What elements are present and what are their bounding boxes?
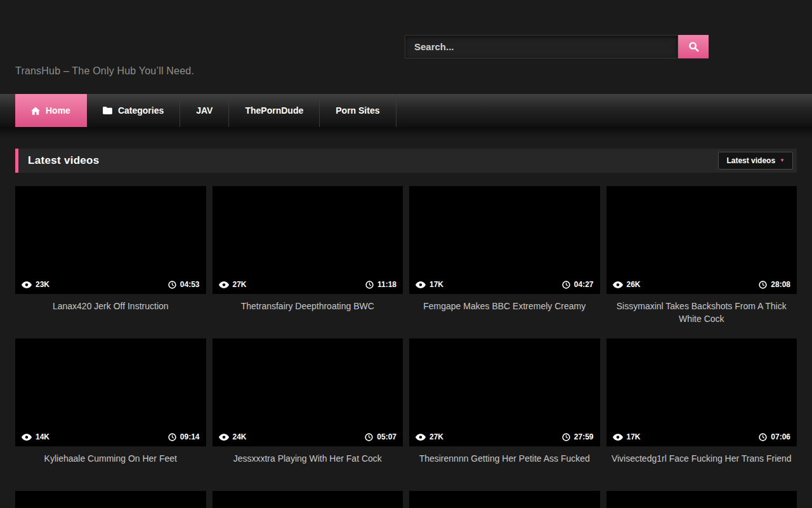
magnifier-icon: [688, 41, 699, 52]
video-duration: 28:08: [771, 280, 790, 289]
clock-icon: [168, 433, 176, 441]
video-thumbnail[interactable]: 27K 11:18: [213, 186, 403, 294]
video-card[interactable]: [606, 491, 797, 508]
video-stats: 26K 28:08: [606, 275, 797, 294]
video-duration: 05:07: [377, 432, 396, 441]
video-title[interactable]: Thesirennnn Getting Her Petite Ass Fucke…: [413, 452, 596, 479]
folder-icon: [103, 107, 112, 114]
clock-icon: [759, 281, 767, 289]
views-stat: 27K: [219, 280, 247, 289]
eye-icon: [613, 434, 623, 441]
clock-icon: [759, 433, 767, 441]
video-stats: 24K 05:07: [213, 427, 403, 446]
nav-item-porn-sites[interactable]: Porn Sites: [320, 94, 396, 127]
views-stat: 17K: [416, 280, 443, 289]
video-stats: 17K 07:06: [606, 427, 797, 446]
video-title[interactable]: Jessxxxtra Playing With Her Fat Cock: [216, 452, 400, 479]
duration-stat: 07:06: [759, 432, 790, 441]
video-thumbnail[interactable]: 14K 09:14: [15, 338, 206, 446]
video-card[interactable]: 26K 28:08 Sissymaxinl Takes Backshots Fr…: [606, 186, 797, 327]
search-bar: [405, 35, 709, 58]
video-card[interactable]: [15, 491, 206, 508]
video-duration: 04:27: [574, 280, 594, 289]
clock-icon: [562, 433, 570, 441]
sort-label: Latest videos: [726, 156, 775, 165]
video-thumbnail[interactable]: 17K 04:27: [409, 186, 600, 294]
views-stat: 24K: [219, 432, 247, 441]
caret-down-icon: ▼: [780, 158, 785, 163]
video-duration: 07:06: [771, 432, 790, 441]
video-card[interactable]: 27K 11:18 Thetransfairy Deepthroating BW…: [213, 186, 403, 327]
eye-icon: [22, 281, 32, 288]
eye-icon: [416, 281, 426, 288]
nav-item-categories[interactable]: Categories: [87, 94, 180, 127]
nav-item-label: Home: [46, 105, 70, 116]
video-title[interactable]: Femgape Makes BBC Extremely Creamy: [413, 300, 596, 327]
view-count: 14K: [36, 432, 49, 441]
duration-stat: 09:14: [168, 432, 200, 441]
main-nav: Home Categories JAV ThePornDude Porn Sit…: [0, 94, 812, 127]
video-title[interactable]: Lanax420 Jerk Off Instruction: [19, 300, 202, 327]
sort-dropdown[interactable]: Latest videos ▼: [718, 152, 793, 170]
video-grid: 23K 04:53 Lanax420 Jerk Off Instruction: [15, 186, 797, 508]
view-count: 23K: [36, 280, 49, 289]
views-stat: 23K: [22, 280, 49, 289]
video-duration: 09:14: [180, 432, 200, 441]
video-thumbnail[interactable]: [15, 491, 206, 508]
duration-stat: 27:59: [562, 432, 594, 441]
eye-icon: [219, 281, 229, 288]
video-title[interactable]: Vivisectedg1rl Face Fucking Her Trans Fr…: [610, 452, 794, 479]
main-content: Latest videos Latest videos ▼ 23K: [0, 149, 812, 508]
clock-icon: [168, 281, 176, 289]
view-count: 17K: [429, 280, 443, 289]
eye-icon: [219, 434, 229, 441]
site-tagline: TransHub – The Only Hub You’ll Need.: [15, 65, 194, 77]
video-card[interactable]: 27K 27:59 Thesirennnn Getting Her Petite…: [409, 338, 600, 479]
video-card[interactable]: 24K 05:07 Jessxxxtra Playing With Her Fa…: [213, 338, 403, 479]
clock-icon: [365, 281, 374, 289]
video-title[interactable]: Sissymaxinl Takes Backshots From A Thick…: [610, 300, 794, 327]
video-stats: 14K 09:14: [15, 427, 206, 446]
nav-item-home[interactable]: Home: [15, 94, 87, 127]
video-card[interactable]: 17K 07:06 Vivisectedg1rl Face Fucking He…: [606, 338, 797, 479]
clock-icon: [365, 433, 373, 441]
video-card[interactable]: [409, 491, 600, 508]
eye-icon: [22, 434, 32, 441]
view-count: 26K: [627, 280, 641, 289]
nav-item-label: ThePornDude: [245, 105, 303, 116]
video-thumbnail[interactable]: [213, 491, 403, 508]
duration-stat: 28:08: [759, 280, 790, 289]
duration-stat: 05:07: [365, 432, 396, 441]
nav-item-theporndude[interactable]: ThePornDude: [229, 94, 320, 127]
video-thumbnail[interactable]: [606, 491, 797, 508]
video-thumbnail[interactable]: 24K 05:07: [213, 338, 403, 446]
video-title[interactable]: Thetransfairy Deepthroating BWC: [216, 300, 400, 327]
view-count: 17K: [627, 432, 641, 441]
video-card[interactable]: 23K 04:53 Lanax420 Jerk Off Instruction: [15, 186, 206, 327]
video-card[interactable]: 14K 09:14 Kyliehaale Cumming On Her Feet: [15, 338, 206, 479]
view-count: 27K: [233, 280, 247, 289]
video-duration: 27:59: [574, 432, 594, 441]
nav-item-jav[interactable]: JAV: [180, 94, 229, 127]
eye-icon: [416, 434, 426, 441]
video-thumbnail[interactable]: 17K 07:06: [606, 338, 797, 446]
video-thumbnail[interactable]: 26K 28:08: [606, 186, 797, 294]
search-button[interactable]: [678, 35, 709, 58]
video-card[interactable]: 17K 04:27 Femgape Makes BBC Extremely Cr…: [409, 186, 600, 327]
view-count: 24K: [233, 432, 247, 441]
search-input[interactable]: [405, 35, 678, 58]
video-card[interactable]: [213, 491, 403, 508]
duration-stat: 04:27: [562, 280, 594, 289]
section-title: Latest videos: [28, 154, 100, 167]
nav-item-label: Porn Sites: [336, 105, 379, 116]
video-duration: 11:18: [377, 280, 396, 289]
video-thumbnail[interactable]: [409, 491, 600, 508]
video-stats: 23K 04:53: [15, 275, 206, 294]
video-thumbnail[interactable]: 27K 27:59: [409, 338, 600, 446]
video-thumbnail[interactable]: 23K 04:53: [15, 186, 206, 294]
duration-stat: 04:53: [168, 280, 200, 289]
views-stat: 14K: [22, 432, 49, 441]
video-title[interactable]: Kyliehaale Cumming On Her Feet: [19, 452, 202, 479]
view-count: 27K: [429, 432, 443, 441]
views-stat: 27K: [416, 432, 443, 441]
